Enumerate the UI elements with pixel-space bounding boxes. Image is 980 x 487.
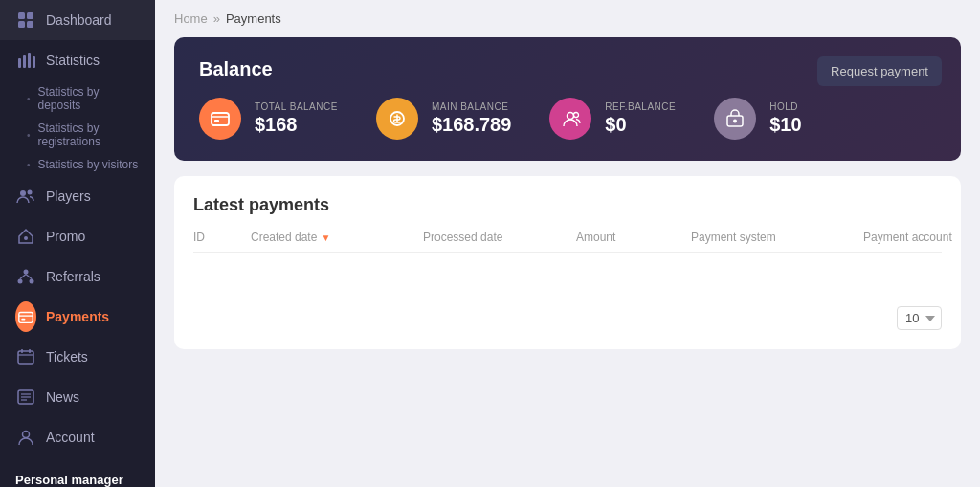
balance-value-ref: $0 [605,114,676,136]
payments-icon [15,306,36,327]
sidebar-item-stats-registrations[interactable]: Statistics by registrations [27,117,155,153]
sidebar: Dashboard Statistics Statistics by depos… [0,0,155,487]
table-footer: 10 25 50 [193,306,942,330]
sidebar-item-players[interactable]: Players [0,176,155,216]
statistics-submenu: Statistics by deposits Statistics by reg… [0,80,155,176]
breadcrumb-home[interactable]: Home [174,11,208,26]
svg-rect-28 [212,113,229,125]
promo-icon [15,226,36,247]
balance-icon-main [376,98,418,140]
sidebar-item-tickets[interactable]: Tickets [0,337,155,377]
svg-line-15 [26,275,32,279]
content-area: Balance TOTAL BALANCE $168 [155,37,980,487]
balance-item-total: TOTAL BALANCE $168 [199,98,338,140]
breadcrumb-current: Payments [226,11,281,26]
col-payment-system: Payment system [691,231,863,244]
balance-value-main: $168.789 [432,114,511,136]
sidebar-item-promo[interactable]: Promo [0,216,155,256]
sidebar-item-statistics[interactable]: Statistics [0,40,155,80]
balance-label-total: TOTAL BALANCE [255,101,338,112]
sidebar-item-account[interactable]: Account [0,417,155,457]
per-page-select[interactable]: 10 25 50 [897,306,942,330]
svg-rect-18 [22,319,26,321]
table-header: ID Created date ▼ Processed date Amount … [193,231,942,253]
svg-rect-3 [27,21,33,28]
sidebar-item-stats-deposits[interactable]: Statistics by deposits [27,80,155,117]
svg-rect-0 [18,12,25,19]
svg-rect-1 [27,12,33,19]
balance-info-ref: REF.BALANCE $0 [605,101,676,136]
svg-rect-30 [214,120,219,122]
sidebar-label-referrals: Referrals [46,269,100,284]
news-icon [15,387,36,408]
col-amount: Amount [576,231,691,244]
balance-label-ref: REF.BALANCE [605,101,676,112]
col-processed-date: Processed date [423,231,576,244]
balance-items: TOTAL BALANCE $168 MAIN BALANCE $168 [199,98,936,140]
sidebar-label-account: Account [46,430,95,445]
balance-info-total: TOTAL BALANCE $168 [255,101,338,136]
svg-point-35 [733,120,737,123]
svg-rect-4 [18,58,21,68]
svg-point-27 [23,432,30,438]
svg-point-11 [24,270,29,275]
balance-value-total: $168 [255,114,338,136]
payments-title: Latest payments [193,195,942,215]
balance-icon-ref [549,98,591,140]
balance-value-hold: $10 [769,114,801,136]
svg-point-9 [28,190,33,195]
main-area: Home » Payments Balance [155,0,980,487]
balance-item-ref: REF.BALANCE $0 [549,98,676,140]
balance-icon-total [199,98,241,140]
breadcrumb: Home » Payments [155,0,980,37]
balance-info-main: MAIN BALANCE $168.789 [432,101,511,136]
col-created-date[interactable]: Created date ▼ [251,231,423,244]
svg-point-13 [30,279,34,284]
col-payment-account: Payment account [863,231,980,244]
sidebar-item-news[interactable]: News [0,377,155,417]
tickets-icon [15,346,36,367]
sidebar-label-promo: Promo [46,229,85,244]
table-body [193,256,942,295]
balance-label-main: MAIN BALANCE [432,101,511,112]
svg-rect-6 [28,53,31,68]
sidebar-item-stats-visitors[interactable]: Statistics by visitors [27,153,155,176]
balance-card: Balance TOTAL BALANCE $168 [174,37,961,161]
sidebar-label-dashboard: Dashboard [46,12,112,28]
sidebar-item-referrals[interactable]: Referrals [0,256,155,297]
svg-rect-5 [23,55,26,68]
svg-rect-2 [18,21,25,28]
svg-rect-16 [19,313,33,323]
sidebar-label-tickets: Tickets [46,349,88,365]
svg-point-8 [20,190,26,196]
sidebar-label-players: Players [46,188,91,204]
balance-item-hold: HOLD $10 [714,98,801,140]
balance-icon-hold [714,98,756,140]
svg-rect-19 [18,351,33,364]
balance-item-main: MAIN BALANCE $168.789 [376,98,511,140]
sort-icon-created-date: ▼ [321,232,330,243]
sidebar-label-statistics: Statistics [46,53,100,68]
account-icon [15,427,36,448]
svg-point-33 [574,113,579,118]
request-payment-button[interactable]: Request payment [817,56,942,86]
balance-info-hold: HOLD $10 [769,101,801,136]
sidebar-label-news: News [46,389,79,405]
breadcrumb-separator: » [213,11,220,26]
dashboard-icon [15,10,36,31]
svg-rect-7 [33,56,35,68]
svg-point-12 [18,279,23,284]
sidebar-label-payments: Payments [46,309,109,324]
sidebar-item-payments[interactable]: Payments [0,297,155,337]
col-id: ID [193,231,251,244]
svg-point-32 [568,113,574,120]
svg-line-14 [20,275,26,279]
payments-card: Latest payments ID Created date ▼ Proces… [174,176,961,349]
statistics-icon [15,50,36,71]
players-icon [15,186,36,207]
referrals-icon [15,266,36,287]
personal-manager-label: Personal manager [0,461,155,487]
balance-label-hold: HOLD [769,101,801,112]
sidebar-item-dashboard[interactable]: Dashboard [0,0,155,40]
svg-point-10 [24,236,28,240]
